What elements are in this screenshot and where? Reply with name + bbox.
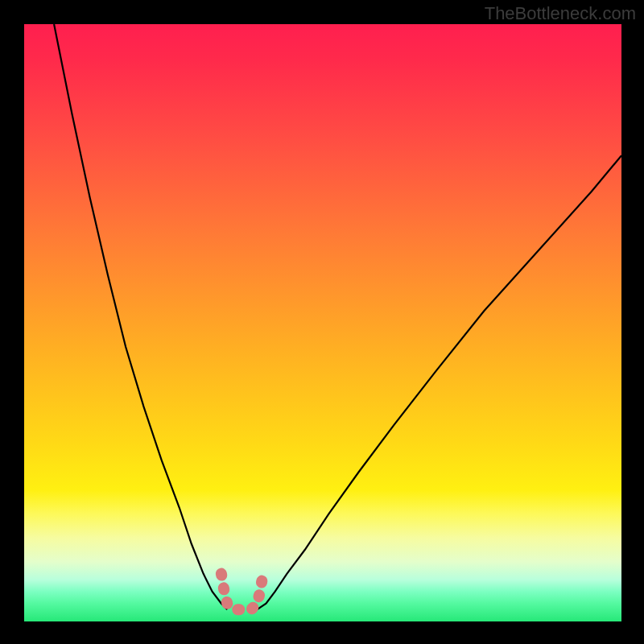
trough-marker — [221, 574, 263, 610]
left-curve — [54, 24, 227, 609]
outer-frame: TheBottleneck.com — [0, 0, 644, 644]
watermark-text: TheBottleneck.com — [485, 3, 636, 24]
plot-area — [24, 24, 621, 621]
right-curve — [257, 155, 621, 609]
curve-layer — [24, 24, 621, 621]
